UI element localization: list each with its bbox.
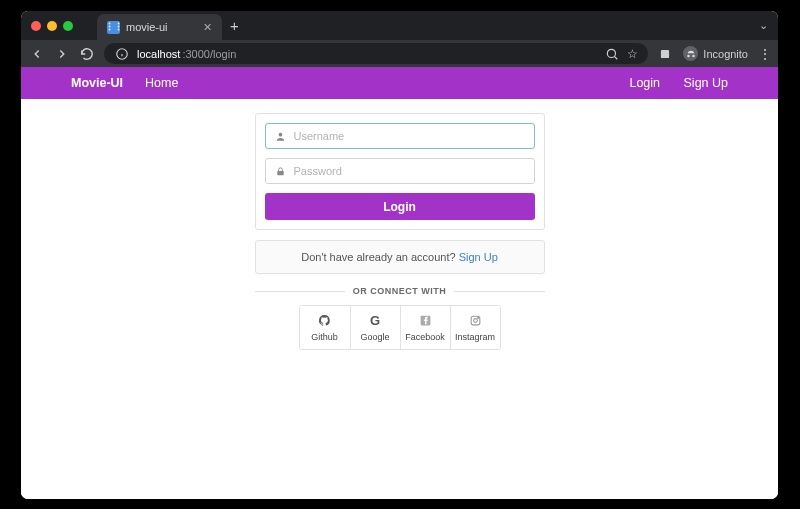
svg-point-11 <box>477 317 478 318</box>
signup-prompt: Don't have already an account? Sign Up <box>255 240 545 274</box>
maximize-window-icon[interactable] <box>63 21 73 31</box>
user-icon <box>274 131 288 142</box>
address-bar: localhost:3000/login ☆ Incognito ⋮ <box>21 40 778 67</box>
tab-title: movie-ui <box>126 21 197 33</box>
github-button[interactable]: Github <box>300 306 350 349</box>
toolbar-right: Incognito ⋮ <box>657 46 770 62</box>
zoom-icon[interactable] <box>604 46 620 62</box>
google-icon: G <box>368 314 382 328</box>
facebook-icon <box>418 314 432 328</box>
titlebar: ⋮⋮ movie-ui ✕ + ⌄ <box>21 11 778 40</box>
github-label: Github <box>311 332 338 342</box>
forward-button[interactable] <box>54 46 70 62</box>
svg-point-6 <box>279 132 283 136</box>
google-label: Google <box>360 332 389 342</box>
reload-button[interactable] <box>79 46 95 62</box>
signup-link[interactable]: Sign Up <box>459 251 498 263</box>
close-tab-icon[interactable]: ✕ <box>203 21 212 34</box>
bookmark-icon[interactable]: ☆ <box>627 47 638 61</box>
username-field-wrap[interactable] <box>265 123 535 149</box>
divider-label: OR CONNECT WITH <box>353 286 447 296</box>
svg-rect-7 <box>277 171 283 175</box>
url-bar[interactable]: localhost:3000/login ☆ <box>104 43 648 64</box>
svg-rect-5 <box>661 49 669 57</box>
brand-title[interactable]: Movie-UI <box>71 76 123 90</box>
window-controls <box>31 21 73 31</box>
back-button[interactable] <box>29 46 45 62</box>
facebook-button[interactable]: Facebook <box>400 306 450 349</box>
password-field-wrap[interactable] <box>265 158 535 184</box>
app-navbar: Movie-UI Home Login Sign Up <box>21 67 778 99</box>
instagram-icon <box>468 314 482 328</box>
social-divider: OR CONNECT WITH <box>255 286 545 296</box>
info-icon <box>114 46 130 62</box>
github-icon <box>318 314 332 328</box>
social-buttons: Github G Google Facebook Instagram <box>299 305 501 350</box>
facebook-label: Facebook <box>405 332 445 342</box>
lock-icon <box>274 166 288 177</box>
nav-home[interactable]: Home <box>145 76 178 90</box>
incognito-label: Incognito <box>703 48 748 60</box>
nav-login[interactable]: Login <box>629 76 660 90</box>
instagram-button[interactable]: Instagram <box>450 306 500 349</box>
url-host: localhost <box>137 48 180 60</box>
svg-point-10 <box>473 319 477 323</box>
extensions-icon[interactable] <box>657 46 673 62</box>
browser-tab[interactable]: ⋮⋮ movie-ui ✕ <box>97 14 222 40</box>
incognito-icon <box>683 46 698 61</box>
login-button[interactable]: Login <box>265 193 535 220</box>
tabs-dropdown-icon[interactable]: ⌄ <box>759 19 768 32</box>
new-tab-button[interactable]: + <box>230 17 239 34</box>
svg-line-4 <box>615 56 618 59</box>
instagram-label: Instagram <box>455 332 495 342</box>
nav-signup[interactable]: Sign Up <box>684 76 728 90</box>
username-input[interactable] <box>288 130 526 142</box>
incognito-badge[interactable]: Incognito <box>683 46 748 61</box>
close-window-icon[interactable] <box>31 21 41 31</box>
svg-point-3 <box>608 49 616 57</box>
main-content: Login Don't have already an account? Sig… <box>21 99 778 499</box>
google-button[interactable]: G Google <box>350 306 400 349</box>
password-input[interactable] <box>288 165 526 177</box>
browser-menu-icon[interactable]: ⋮ <box>758 46 770 62</box>
url-path: :3000/login <box>182 48 236 60</box>
minimize-window-icon[interactable] <box>47 21 57 31</box>
signup-prompt-text: Don't have already an account? <box>301 251 458 263</box>
browser-window: ⋮⋮ movie-ui ✕ + ⌄ localhost:3000/login ☆ <box>21 11 778 499</box>
page-content: Movie-UI Home Login Sign Up <box>21 67 778 499</box>
login-form: Login <box>255 113 545 230</box>
favicon-icon: ⋮⋮ <box>107 21 120 34</box>
